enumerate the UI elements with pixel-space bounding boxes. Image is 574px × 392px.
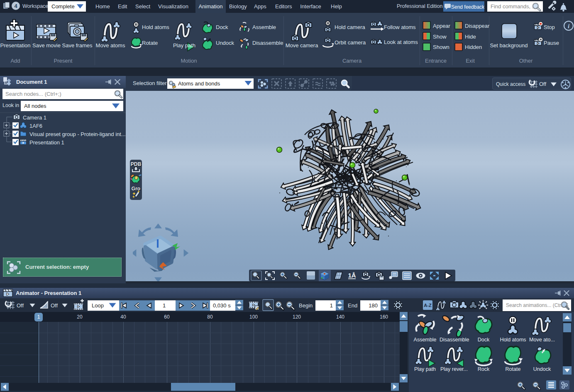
svg-text:4: 4 [14, 3, 17, 9]
svg-text:PDB: PDB [131, 161, 142, 167]
svg-text:Gro: Gro [132, 186, 140, 192]
svg-text:1Å: 1Å [348, 272, 356, 279]
svg-text:A-Z: A-Z [424, 303, 432, 308]
svg-text:i: i [568, 23, 570, 29]
